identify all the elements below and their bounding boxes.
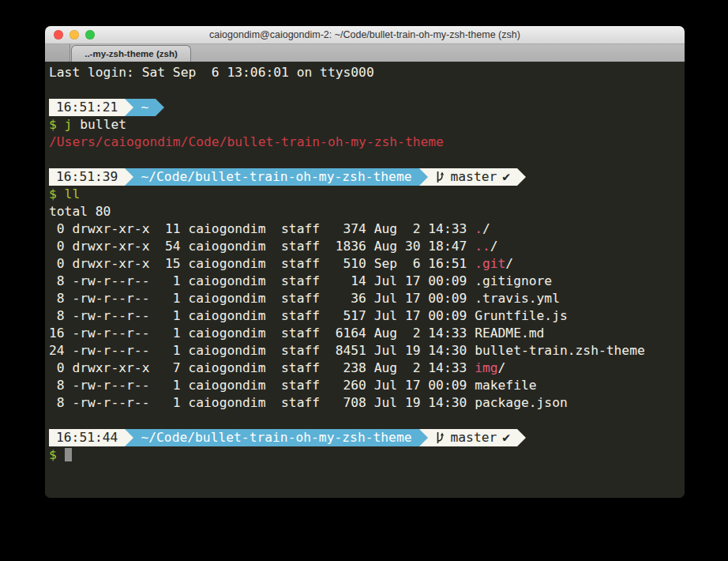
listing-row-details: 0 drwxr-xr-x 7 caiogondim staff 238 Aug …: [49, 360, 475, 375]
prompt-path-segment: ~/Code/bullet-train-oh-my-zsh-theme: [133, 168, 418, 186]
command-args: bullet: [72, 117, 126, 132]
terminal-window: caiogondim@caiogondim-2: ~/Code/bullet-t…: [45, 26, 685, 498]
listing-row: 8 -rw-r--r-- 1 caiogondim staff 517 Jul …: [49, 307, 685, 325]
tab-label: ..-my-zsh-theme (zsh): [84, 49, 178, 58]
terminal-cursor: [65, 448, 72, 461]
listing-row: 0 drwxr-xr-x 15 caiogondim staff 510 Sep…: [49, 255, 685, 273]
powerline-separator-icon: [419, 429, 428, 446]
total-line: total 80: [49, 203, 685, 220]
prompt-time-segment: 16:51:39: [49, 168, 125, 186]
prompt-git-segment: master ✔: [428, 168, 518, 186]
blank-line: [49, 412, 685, 429]
listing-row: 0 drwxr-xr-x 54 caiogondim staff 1836 Au…: [49, 238, 685, 255]
title-bar[interactable]: caiogondim@caiogondim-2: ~/Code/bullet-t…: [45, 26, 685, 44]
git-branch-name: master: [451, 429, 497, 446]
listing-row-details: 16 -rw-r--r-- 1 caiogondim staff 6164 Au…: [49, 326, 475, 341]
listing-file-name: Gruntfile.js: [475, 308, 568, 323]
listing-row: 8 -rw-r--r-- 1 caiogondim staff 260 Jul …: [49, 377, 685, 394]
close-button[interactable]: [54, 30, 63, 40]
powerline-separator-icon: [125, 429, 133, 446]
prompt-line-2: 16:51:39 ~/Code/bullet-train-oh-my-zsh-t…: [49, 168, 685, 186]
listing-dir-slash: /: [482, 221, 490, 236]
listing-file-name: bullet-train.zsh-theme: [475, 343, 645, 358]
listing-row-details: 0 drwxr-xr-x 11 caiogondim staff 374 Aug…: [49, 221, 475, 236]
command-line-active: $: [49, 446, 685, 464]
command-name: ll: [65, 186, 81, 201]
listing-file-name: makefile: [475, 378, 536, 393]
git-branch-icon: [435, 431, 445, 444]
blank-line: [49, 81, 685, 99]
powerline-separator-icon: [125, 99, 133, 116]
listing-file-name: package.json: [475, 395, 568, 410]
prompt-line-1: 16:51:21 ~: [49, 99, 685, 116]
prompt-path-segment: ~/Code/bullet-train-oh-my-zsh-theme: [133, 429, 418, 446]
git-clean-check: ✔: [502, 168, 510, 186]
blank-line: [49, 151, 685, 168]
git-clean-check: ✔: [502, 429, 510, 446]
listing-file-name: .git: [475, 256, 505, 271]
git-branch-name: master: [451, 168, 497, 186]
listing-row: 24 -rw-r--r-- 1 caiogondim staff 8451 Ju…: [49, 342, 685, 360]
prompt-dollar: $: [49, 447, 65, 462]
listing-row: 16 -rw-r--r-- 1 caiogondim staff 6164 Au…: [49, 325, 685, 342]
listing-row-details: 0 drwxr-xr-x 54 caiogondim staff 1836 Au…: [49, 239, 475, 254]
listing-row: 8 -rw-r--r-- 1 caiogondim staff 14 Jul 1…: [49, 273, 685, 290]
traffic-lights: [54, 26, 95, 43]
git-branch-icon: [435, 171, 445, 183]
command-output-path: /Users/caiogondim/Code/bullet-train-oh-m…: [49, 134, 685, 151]
prompt-time-segment: 16:51:21: [49, 99, 125, 116]
terminal-content[interactable]: Last login: Sat Sep 6 13:06:01 on ttys00…: [45, 62, 685, 498]
command-line-1: $ j bullet: [49, 116, 685, 134]
window-title: caiogondim@caiogondim-2: ~/Code/bullet-t…: [209, 29, 520, 40]
listing-file-name: README.md: [475, 326, 544, 341]
listing-file-name: .gitignore: [475, 273, 552, 288]
tab-bar: ..-my-zsh-theme (zsh): [45, 44, 685, 62]
prompt-line-3: 16:51:44 ~/Code/bullet-train-oh-my-zsh-t…: [49, 429, 685, 446]
command-name: j: [65, 117, 73, 132]
listing-file-name: img: [475, 360, 497, 375]
minimize-button[interactable]: [69, 30, 79, 40]
prompt-git-segment: master ✔: [428, 429, 518, 446]
zoom-button[interactable]: [85, 30, 95, 40]
listing-row-details: 8 -rw-r--r-- 1 caiogondim staff 708 Jul …: [49, 395, 475, 410]
listing-dir-slash: /: [505, 256, 513, 271]
powerline-separator-icon: [125, 168, 133, 186]
powerline-separator-icon: [156, 99, 164, 116]
listing-row-details: 24 -rw-r--r-- 1 caiogondim staff 8451 Ju…: [49, 343, 475, 358]
powerline-separator-icon: [517, 429, 526, 446]
listing-row-details: 8 -rw-r--r-- 1 caiogondim staff 36 Jul 1…: [49, 291, 475, 306]
command-line-2: $ ll: [49, 186, 685, 203]
listing-row-details: 8 -rw-r--r-- 1 caiogondim staff 517 Jul …: [49, 308, 475, 323]
last-login-line: Last login: Sat Sep 6 13:06:01 on ttys00…: [49, 64, 685, 81]
listing-row-details: 8 -rw-r--r-- 1 caiogondim staff 14 Jul 1…: [49, 273, 475, 288]
powerline-separator-icon: [419, 168, 428, 186]
listing-dir-slash: /: [490, 239, 498, 254]
listing-row-details: 0 drwxr-xr-x 15 caiogondim staff 510 Sep…: [49, 256, 475, 271]
listing-file-name: .travis.yml: [475, 291, 560, 306]
prompt-path-segment: ~: [133, 99, 156, 116]
listing-row: 0 drwxr-xr-x 7 caiogondim staff 238 Aug …: [49, 360, 685, 377]
prompt-dollar: $: [49, 186, 65, 201]
prompt-dollar: $: [49, 117, 65, 132]
listing-row: 8 -rw-r--r-- 1 caiogondim staff 36 Jul 1…: [49, 290, 685, 307]
file-listing: 0 drwxr-xr-x 11 caiogondim staff 374 Aug…: [49, 220, 685, 412]
listing-row: 8 -rw-r--r-- 1 caiogondim staff 708 Jul …: [49, 394, 685, 412]
powerline-separator-icon: [517, 168, 526, 186]
tab-bar-filler: [45, 44, 70, 62]
listing-row: 0 drwxr-xr-x 11 caiogondim staff 374 Aug…: [49, 220, 685, 238]
listing-file-name: ..: [475, 239, 490, 254]
listing-dir-slash: /: [498, 360, 506, 375]
listing-row-details: 8 -rw-r--r-- 1 caiogondim staff 260 Jul …: [49, 378, 475, 393]
prompt-time-segment: 16:51:44: [49, 429, 125, 446]
listing-file-name: .: [475, 221, 482, 236]
tab-zsh[interactable]: ..-my-zsh-theme (zsh): [71, 45, 191, 62]
